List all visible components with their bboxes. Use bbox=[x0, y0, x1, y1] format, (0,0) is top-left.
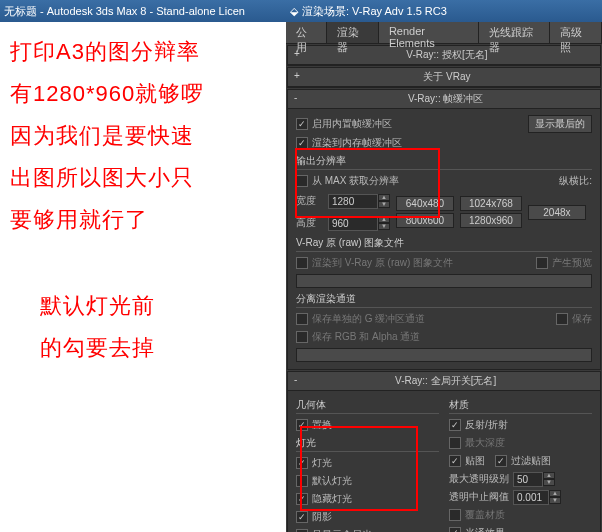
label-width: 宽度 bbox=[296, 194, 324, 208]
checkbox-save[interactable] bbox=[556, 313, 568, 325]
checkbox-glossy[interactable] bbox=[449, 527, 461, 532]
label-show-gi: 只显示全局光 bbox=[312, 528, 372, 532]
checkbox-reflrefr[interactable] bbox=[449, 419, 461, 431]
left-window-title: 无标题 - Autodesk 3ds Max 8 - Stand-alone L… bbox=[4, 4, 245, 19]
group-lights: 灯光 bbox=[296, 436, 439, 452]
checkbox-hidden-lights[interactable] bbox=[296, 493, 308, 505]
input-width[interactable] bbox=[328, 194, 378, 209]
spin-down-icon[interactable]: ▼ bbox=[549, 497, 561, 504]
annotation-line: 的勾要去掉 bbox=[40, 330, 276, 366]
rollup-auth[interactable]: V-Ray:: 授权[无名] bbox=[288, 46, 600, 65]
checkbox-enable-vfb[interactable] bbox=[296, 118, 308, 130]
label-save-rgb: 保存 RGB 和 Alpha 通道 bbox=[312, 330, 420, 344]
preset-1280x960[interactable]: 1280x960 bbox=[460, 213, 522, 228]
label-default-lights: 默认灯光 bbox=[312, 474, 352, 488]
checkbox-render-mem[interactable] bbox=[296, 137, 308, 149]
label-preview: 产生预览 bbox=[552, 256, 592, 270]
label-maxtransp: 最大透明级别 bbox=[449, 472, 509, 486]
right-window-title: 渲染场景: V-Ray Adv 1.5 RC3 bbox=[302, 4, 447, 19]
input-maxtransp[interactable] bbox=[513, 472, 543, 487]
checkbox-from-max[interactable] bbox=[296, 175, 308, 187]
rollup-framebuffer[interactable]: V-Ray:: 帧缓冲区 bbox=[288, 90, 600, 109]
checkbox-default-lights[interactable] bbox=[296, 475, 308, 487]
render-tabs: 公用 渲染器 Render Elements 光线跟踪器 高级照 bbox=[286, 22, 602, 44]
spin-down-icon[interactable]: ▼ bbox=[543, 479, 555, 486]
checkbox-save-rgb[interactable] bbox=[296, 331, 308, 343]
label-save: 保存 bbox=[572, 312, 592, 326]
label-maxdepth: 最大深度 bbox=[465, 436, 505, 450]
label-aspect: 纵横比: bbox=[559, 174, 592, 188]
group-geometry: 几何体 bbox=[296, 398, 439, 414]
checkbox-render-raw[interactable] bbox=[296, 257, 308, 269]
checkbox-maxdepth[interactable] bbox=[449, 437, 461, 449]
checkbox-maps[interactable] bbox=[449, 455, 461, 467]
label-reflrefr: 反射/折射 bbox=[465, 418, 508, 432]
input-transpcut[interactable] bbox=[513, 490, 549, 505]
spinner-width[interactable]: ▲▼ bbox=[328, 194, 390, 209]
tab-advanced[interactable]: 高级照 bbox=[550, 22, 602, 43]
label-lights: 灯光 bbox=[312, 456, 332, 470]
annotation-line: 出图所以图大小只 bbox=[10, 160, 276, 196]
group-output-res: 输出分辨率 bbox=[296, 154, 592, 170]
label-height: 高度 bbox=[296, 216, 324, 230]
spin-up-icon[interactable]: ▲ bbox=[543, 472, 555, 479]
label-transpcut: 透明中止阀值 bbox=[449, 490, 509, 504]
annotation-line: 要够用就行了 bbox=[10, 202, 276, 238]
annotation-line: 打印A3的图分辩率 bbox=[10, 34, 276, 70]
label-displacement: 置换 bbox=[312, 418, 332, 432]
label-hidden-lights: 隐藏灯光 bbox=[312, 492, 352, 506]
spin-up-icon[interactable]: ▲ bbox=[378, 194, 390, 201]
preset-800x600[interactable]: 800x600 bbox=[396, 213, 454, 228]
label-override-mtl: 覆盖材质 bbox=[465, 508, 505, 522]
checkbox-shadows[interactable] bbox=[296, 511, 308, 523]
label-shadows: 阴影 bbox=[312, 510, 332, 524]
spinner-height[interactable]: ▲▼ bbox=[328, 216, 390, 231]
spin-down-icon[interactable]: ▼ bbox=[378, 201, 390, 208]
preset-640x480[interactable]: 640x480 bbox=[396, 196, 454, 211]
tab-common[interactable]: 公用 bbox=[286, 22, 327, 43]
group-split-channels: 分离渲染通道 bbox=[296, 292, 592, 308]
checkbox-save-gbuffer[interactable] bbox=[296, 313, 308, 325]
tab-renderer[interactable]: 渲染器 bbox=[327, 22, 379, 43]
tab-render-elements[interactable]: Render Elements bbox=[379, 22, 479, 43]
label-maps: 贴图 bbox=[465, 454, 485, 468]
button-show-last[interactable]: 显示最后的 bbox=[528, 115, 592, 133]
spin-up-icon[interactable]: ▲ bbox=[378, 216, 390, 223]
spinner-maxtransp[interactable]: ▲▼ bbox=[513, 472, 555, 487]
input-height[interactable] bbox=[328, 216, 378, 231]
button-browse-raw[interactable] bbox=[296, 274, 592, 288]
label-filtermaps: 过滤贴图 bbox=[511, 454, 551, 468]
label-enable-vfb: 启用内置帧缓冲区 bbox=[312, 117, 392, 131]
label-save-gbuffer: 保存单独的 G 缓冲区通道 bbox=[312, 312, 425, 326]
spin-down-icon[interactable]: ▼ bbox=[378, 223, 390, 230]
group-materials: 材质 bbox=[449, 398, 592, 414]
checkbox-lights[interactable] bbox=[296, 457, 308, 469]
annotation-overlay: 打印A3的图分辩率 有1280*960就够啰 因为我们是要快速 出图所以图大小只… bbox=[0, 22, 286, 384]
spinner-transpcut[interactable]: ▲▼ bbox=[513, 490, 561, 505]
annotation-line: 默认灯光前 bbox=[40, 288, 276, 324]
checkbox-displacement[interactable] bbox=[296, 419, 308, 431]
tab-raytracer[interactable]: 光线跟踪器 bbox=[479, 22, 551, 43]
annotation-line: 因为我们是要快速 bbox=[10, 118, 276, 154]
app-icon: ⬙ bbox=[290, 5, 298, 18]
spin-up-icon[interactable]: ▲ bbox=[549, 490, 561, 497]
button-browse-split[interactable] bbox=[296, 348, 592, 362]
left-window-titlebar: 无标题 - Autodesk 3ds Max 8 - Stand-alone L… bbox=[0, 0, 286, 22]
rollup-about[interactable]: 关于 VRay bbox=[288, 68, 600, 87]
label-from-max: 从 MAX 获取分辨率 bbox=[312, 174, 399, 188]
group-raw-image: V-Ray 原 (raw) 图象文件 bbox=[296, 236, 592, 252]
preset-2048[interactable]: 2048x bbox=[528, 205, 586, 220]
checkbox-filtermaps[interactable] bbox=[495, 455, 507, 467]
annotation-line: 有1280*960就够啰 bbox=[10, 76, 276, 112]
right-window-titlebar: ⬙ 渲染场景: V-Ray Adv 1.5 RC3 bbox=[286, 0, 602, 22]
checkbox-preview[interactable] bbox=[536, 257, 548, 269]
label-glossy: 光泽效果 bbox=[465, 526, 505, 532]
label-render-raw: 渲染到 V-Ray 原 (raw) 图象文件 bbox=[312, 256, 453, 270]
rollup-global-switches[interactable]: V-Ray:: 全局开关[无名] bbox=[288, 372, 600, 391]
checkbox-override-mtl[interactable] bbox=[449, 509, 461, 521]
preset-1024x768[interactable]: 1024x768 bbox=[460, 196, 522, 211]
label-render-mem: 渲染到内存帧缓冲区 bbox=[312, 136, 402, 150]
